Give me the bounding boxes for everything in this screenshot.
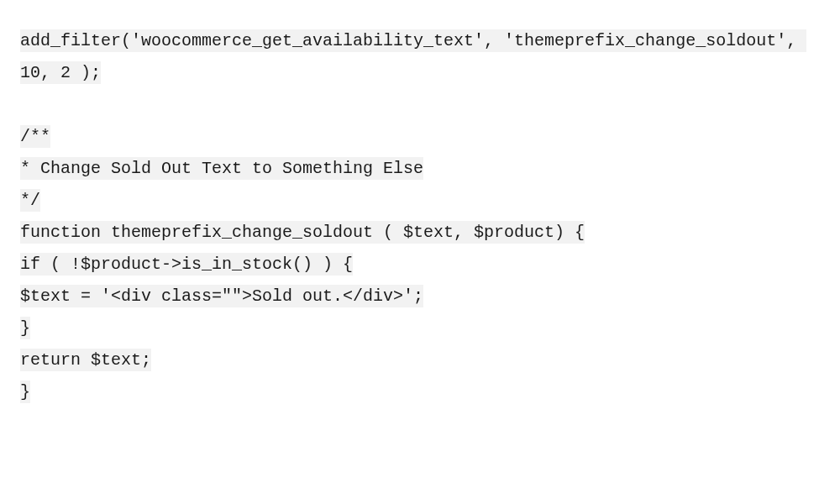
code-line: } (20, 312, 820, 344)
code-line: */ (20, 185, 820, 217)
code-line: return $text; (20, 344, 820, 376)
code-text: $text = '<div class="">Sold out.</div>'; (20, 285, 423, 307)
code-line: * Change Sold Out Text to Something Else (20, 153, 820, 185)
code-text: * Change Sold Out Text to Something Else (20, 157, 423, 180)
code-line: function themeprefix_change_soldout ( $t… (20, 217, 820, 249)
code-line: /** (20, 121, 820, 153)
code-blank-line (20, 89, 820, 121)
code-text: add_filter('woocommerce_get_availability… (20, 29, 806, 84)
code-line: if ( !$product->is_in_stock() ) { (20, 249, 820, 281)
code-text: if ( !$product->is_in_stock() ) { (20, 253, 353, 276)
code-text: } (20, 317, 30, 339)
code-text: } (20, 381, 30, 403)
code-text: function themeprefix_change_soldout ( $t… (20, 221, 585, 244)
code-line: } (20, 376, 820, 408)
code-text: /** (20, 125, 50, 148)
code-line: add_filter('woocommerce_get_availability… (20, 25, 820, 89)
code-text: return $text; (20, 349, 151, 371)
code-block: add_filter('woocommerce_get_availability… (20, 25, 820, 408)
code-line: $text = '<div class="">Sold out.</div>'; (20, 281, 820, 312)
code-text: */ (20, 189, 40, 212)
